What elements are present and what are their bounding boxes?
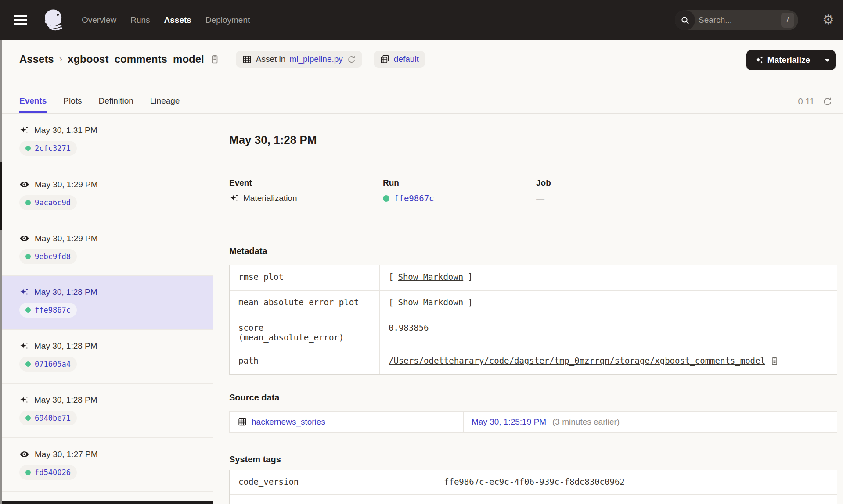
- run-status-dot: [25, 200, 31, 205]
- settings-gear-icon[interactable]: ⚙: [822, 13, 834, 26]
- code-location-link[interactable]: ml_pipeline.py: [289, 54, 342, 64]
- run-id-link[interactable]: ffe9867c: [394, 193, 434, 203]
- event-timestamp: May 30, 1:29 PM: [35, 234, 98, 243]
- materialize-label: Materialize: [767, 55, 810, 65]
- system-tags-table: code_version ffe9867c-ec9c-4f06-939c-f8d…: [229, 470, 837, 504]
- source-data-heading: Source data: [229, 393, 837, 403]
- tab-lineage[interactable]: Lineage: [150, 96, 180, 113]
- tab-definition[interactable]: Definition: [99, 96, 133, 113]
- copy-asset-name-icon[interactable]: [209, 54, 220, 64]
- search-bar[interactable]: /: [675, 10, 798, 30]
- nav-item-deployment[interactable]: Deployment: [205, 15, 250, 25]
- bracket: ]: [468, 297, 472, 307]
- top-navigation-bar: Overview Runs Assets Deployment / ⚙: [0, 0, 843, 40]
- event-list-sidebar: May 30, 1:31 PM 2cfc3271 May 30, 1:29 PM…: [0, 114, 213, 504]
- dagster-logo[interactable]: [41, 7, 67, 33]
- event-timestamp: May 30, 1:28 PM: [34, 341, 97, 351]
- menu-icon[interactable]: [14, 13, 27, 27]
- metadata-heading: Metadata: [229, 246, 837, 256]
- tab-plots[interactable]: Plots: [63, 96, 82, 113]
- event-list-item[interactable]: May 30, 1:29 PM 9ebc9fd8: [0, 222, 213, 276]
- search-input[interactable]: [695, 15, 781, 25]
- table-row: path /Users/odetteharary/code/dagster/tm…: [230, 349, 837, 374]
- observation-eye-icon: [19, 179, 29, 189]
- run-badge[interactable]: 2cfc3271: [19, 141, 77, 156]
- breadcrumb-assets-link[interactable]: Assets: [19, 53, 54, 65]
- run-id-link[interactable]: ffe9867c: [35, 306, 71, 315]
- source-time-link[interactable]: May 30, 1:25:19 PM: [472, 417, 546, 427]
- metadata-key: mean_absolute_error plot: [230, 291, 380, 316]
- materialize-split-button: Materialize: [746, 50, 836, 70]
- event-list-item-selected[interactable]: May 30, 1:28 PM ffe9867c: [0, 276, 213, 330]
- background-window-bottom-edge: [0, 501, 213, 504]
- breadcrumb-separator: ›: [59, 54, 62, 65]
- run-id-link[interactable]: 9aca6c9d: [35, 198, 71, 207]
- event-summary-row: Event Materialization Run ffe9867c Job —: [229, 178, 837, 203]
- search-shortcut-key: /: [781, 13, 794, 28]
- bracket: [: [389, 297, 393, 307]
- copy-path-icon[interactable]: [770, 356, 779, 366]
- bracket: ]: [468, 272, 472, 282]
- primary-nav: Overview Runs Assets Deployment: [82, 15, 250, 25]
- event-column-label: Event: [229, 178, 383, 188]
- run-badge[interactable]: ffe9867c: [19, 303, 77, 318]
- event-timestamp: May 30, 1:28 PM: [34, 395, 97, 405]
- search-icon: [675, 10, 695, 30]
- run-badge[interactable]: 9ebc9fd8: [19, 249, 77, 264]
- event-list-item[interactable]: May 30, 1:29 PM 9aca6c9d: [0, 168, 213, 222]
- repository-link[interactable]: default: [394, 54, 419, 64]
- repository-badge[interactable]: default: [374, 51, 425, 68]
- run-id-link[interactable]: 2cfc3271: [35, 144, 71, 153]
- asset-tabs: Events Plots Definition Lineage: [19, 96, 180, 113]
- show-markdown-link[interactable]: Show Markdown: [398, 297, 463, 307]
- nav-item-assets[interactable]: Assets: [164, 15, 191, 25]
- asset-header-row: Assets › xgboost_comments_model Asset in…: [0, 40, 843, 78]
- event-timestamp: May 30, 1:29 PM: [35, 180, 98, 189]
- path-link[interactable]: /Users/odetteharary/code/dagster/tmp_0mz…: [389, 356, 765, 365]
- run-status-dot: [25, 146, 31, 151]
- materialize-button[interactable]: Materialize: [746, 50, 818, 70]
- event-detail-title: May 30, 1:28 PM: [229, 133, 837, 147]
- materialization-sparkle-icon: [19, 125, 29, 135]
- event-list-item[interactable]: May 30, 1:28 PM 6940be71: [0, 384, 213, 438]
- run-badge[interactable]: 6940be71: [19, 411, 77, 425]
- job-value: —: [536, 193, 544, 203]
- sparkle-icon: [754, 56, 764, 65]
- run-status-dot: [25, 470, 31, 475]
- tab-events[interactable]: Events: [19, 96, 47, 113]
- table-row: May 30, 1:25:19 PM (3 minutes earlier): [464, 412, 837, 432]
- reload-location-icon[interactable]: [347, 55, 356, 64]
- run-status-dot: [25, 361, 31, 367]
- asset-location-badge[interactable]: Asset in ml_pipeline.py: [236, 51, 362, 68]
- table-row: score (mean_absolute_error) 0.983856: [230, 316, 837, 349]
- run-badge[interactable]: 9aca6c9d: [19, 195, 77, 210]
- bracket: [: [389, 272, 393, 282]
- event-list-item[interactable]: May 30, 1:27 PM fd540026: [0, 438, 213, 492]
- run-id-link[interactable]: 071605a4: [35, 360, 71, 368]
- materialization-sparkle-icon: [229, 193, 239, 203]
- materialize-dropdown-button[interactable]: [818, 50, 836, 70]
- event-detail-panel: May 30, 1:28 PM Event Materialization Ru…: [214, 114, 843, 504]
- run-badge[interactable]: 071605a4: [19, 357, 77, 372]
- asset-name: xgboost_comments_model: [68, 53, 204, 65]
- score-value: 0.983856: [389, 323, 429, 332]
- table-row: hackernews_stories: [230, 412, 464, 432]
- metadata-key: score (mean_absolute_error): [230, 316, 380, 349]
- metadata-table: rmse plot [Show Markdown] mean_absolute_…: [229, 265, 837, 375]
- run-id-link[interactable]: 9ebc9fd8: [35, 252, 71, 261]
- nav-item-overview[interactable]: Overview: [82, 15, 116, 25]
- source-asset-link[interactable]: hackernews_stories: [252, 417, 325, 427]
- run-badge[interactable]: fd540026: [19, 465, 77, 480]
- run-id-link[interactable]: fd540026: [35, 468, 71, 477]
- table-row: [230, 495, 837, 504]
- event-list-item[interactable]: May 30, 1:28 PM 071605a4: [0, 330, 213, 384]
- chevron-down-icon: [825, 59, 830, 62]
- event-timestamp: May 30, 1:31 PM: [34, 125, 97, 135]
- run-status-dot: [25, 307, 31, 313]
- show-markdown-link[interactable]: Show Markdown: [398, 272, 463, 282]
- event-list-item[interactable]: May 30, 1:31 PM 2cfc3271: [0, 114, 213, 168]
- nav-item-runs[interactable]: Runs: [130, 15, 150, 25]
- refresh-icon[interactable]: [822, 97, 832, 107]
- run-id-link[interactable]: 6940be71: [35, 414, 71, 422]
- system-tag-value: ffe9867c-ec9c-4f06-939c-f8dc830c0962: [434, 470, 837, 494]
